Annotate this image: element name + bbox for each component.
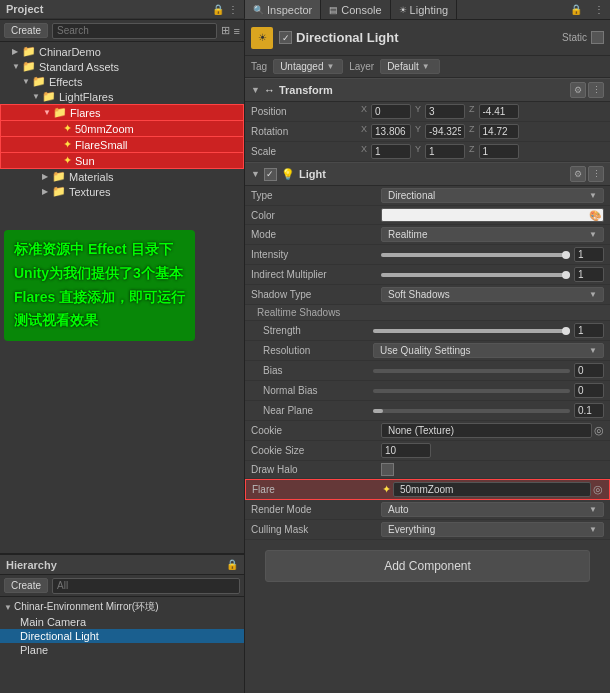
- lock-icon[interactable]: 🔒: [226, 559, 238, 570]
- scale-x[interactable]: [371, 144, 411, 159]
- tag-dropdown[interactable]: Untagged ▼: [273, 59, 343, 74]
- menu-icon[interactable]: ⋮: [228, 4, 238, 15]
- eyedropper-icon[interactable]: 🎨: [589, 210, 601, 221]
- light-settings-btn[interactable]: ⚙: [570, 166, 586, 182]
- position-z[interactable]: [479, 104, 519, 119]
- inspector-lock-icon[interactable]: 🔒: [564, 0, 588, 19]
- rotation-row: Rotation X Y Z: [245, 122, 610, 142]
- list-item[interactable]: ✦ FlareSmall: [0, 137, 244, 153]
- hierarchy-search-input[interactable]: [52, 578, 240, 594]
- add-component-button[interactable]: Add Component: [265, 550, 590, 582]
- tab-console[interactable]: ▤ Console: [321, 0, 390, 19]
- normal-bias-input[interactable]: [574, 383, 604, 398]
- list-item[interactable]: ▼ 📁 Effects: [0, 74, 244, 89]
- list-item[interactable]: ▶ 📁 Materials: [0, 169, 244, 184]
- inspector-menu-icon[interactable]: ⋮: [588, 0, 610, 19]
- near-plane-slider[interactable]: [373, 409, 570, 413]
- inspector-icon: 🔍: [253, 5, 264, 15]
- strength-label: Strength: [263, 325, 373, 336]
- folder-icon: 📁: [22, 45, 36, 58]
- indirect-slider[interactable]: [381, 273, 570, 277]
- transform-settings-btn[interactable]: ⚙: [570, 82, 586, 98]
- light-section-header[interactable]: ▼ ✓ 💡 Light ⚙ ⋮: [245, 162, 610, 186]
- tag-label: Tag: [251, 61, 267, 72]
- position-x[interactable]: [371, 104, 411, 119]
- strength-row: Strength: [245, 321, 610, 341]
- normal-bias-slider[interactable]: [373, 389, 570, 393]
- list-item[interactable]: ✦ 50mmZoom: [0, 121, 244, 137]
- list-item[interactable]: Plane: [0, 643, 244, 657]
- resolution-dropdown[interactable]: Use Quality Settings ▼: [373, 343, 604, 358]
- cookie-size-input[interactable]: [381, 443, 431, 458]
- view-icon[interactable]: ⊞: [221, 24, 230, 37]
- tab-lighting[interactable]: ☀ Lighting: [391, 0, 458, 19]
- flare-row: Flare ✦ 50mmZoom ◎: [245, 479, 610, 500]
- scale-z[interactable]: [479, 144, 519, 159]
- hierarchy-panel-title: Hierarchy: [6, 559, 226, 571]
- lighting-icon: ☀: [399, 5, 407, 15]
- lock-icon[interactable]: 🔒: [212, 4, 224, 15]
- list-item[interactable]: ▼ 📁 Standard Assets: [0, 59, 244, 74]
- scale-y[interactable]: [425, 144, 465, 159]
- rotation-x[interactable]: [371, 124, 411, 139]
- list-item[interactable]: Main Camera: [0, 615, 244, 629]
- rotation-y[interactable]: [425, 124, 465, 139]
- intensity-slider[interactable]: [381, 253, 570, 257]
- list-item[interactable]: ▼ 📁 LightFlares: [0, 89, 244, 104]
- bias-input[interactable]: [574, 363, 604, 378]
- intensity-label: Intensity: [251, 249, 381, 260]
- halo-checkbox[interactable]: [381, 463, 394, 476]
- shadow-dropdown[interactable]: Soft Shadows ▼: [381, 287, 604, 302]
- strength-input[interactable]: [574, 323, 604, 338]
- indirect-input[interactable]: [574, 267, 604, 282]
- strength-slider[interactable]: [373, 329, 570, 333]
- rotation-z[interactable]: [479, 124, 519, 139]
- color-swatch[interactable]: 🎨: [381, 208, 604, 222]
- culling-mask-dropdown[interactable]: Everything ▼: [381, 522, 604, 537]
- arrow-icon: ▼: [12, 62, 22, 71]
- light-checkbox[interactable]: ✓: [264, 168, 277, 181]
- project-create-btn[interactable]: Create: [4, 23, 48, 38]
- cookie-pick-icon[interactable]: ◎: [594, 424, 604, 437]
- flare-pick-icon[interactable]: ◎: [593, 483, 603, 496]
- intensity-input[interactable]: [574, 247, 604, 262]
- rotation-label: Rotation: [251, 126, 361, 137]
- console-icon: ▤: [329, 5, 338, 15]
- bias-slider[interactable]: [373, 369, 570, 373]
- culling-mask-label: Culling Mask: [251, 524, 381, 535]
- project-search-input[interactable]: [52, 23, 217, 39]
- section-arrow-icon: ▼: [251, 85, 260, 95]
- list-icon[interactable]: ≡: [234, 25, 240, 37]
- flare-field[interactable]: 50mmZoom: [393, 482, 591, 497]
- cookie-field[interactable]: None (Texture): [381, 423, 592, 438]
- mode-dropdown[interactable]: Realtime ▼: [381, 227, 604, 242]
- list-item[interactable]: Directional Light: [0, 629, 244, 643]
- folder-icon: 📁: [42, 90, 56, 103]
- tab-inspector[interactable]: 🔍 Inspector: [245, 0, 321, 19]
- type-label: Type: [251, 190, 381, 201]
- near-plane-input[interactable]: [574, 403, 604, 418]
- layer-dropdown[interactable]: Default ▼: [380, 59, 440, 74]
- render-mode-dropdown[interactable]: Auto ▼: [381, 502, 604, 517]
- list-item[interactable]: ▼ Chinar-Environment Mirror(环境): [0, 599, 244, 615]
- light-overflow-btn[interactable]: ⋮: [588, 166, 604, 182]
- static-label: Static: [562, 32, 587, 43]
- realtime-shadows-header: Realtime Shadows: [245, 305, 610, 321]
- list-item[interactable]: ▶ 📁 ChinarDemo: [0, 44, 244, 59]
- list-item[interactable]: ▶ 📁 Textures: [0, 184, 244, 199]
- position-y[interactable]: [425, 104, 465, 119]
- project-tree: ▶ 📁 ChinarDemo ▼ 📁 Standard Assets ▼ 📁: [0, 42, 244, 553]
- list-item[interactable]: ▼ 📁 Flares: [0, 104, 244, 121]
- hierarchy-create-btn[interactable]: Create: [4, 578, 48, 593]
- enabled-checkbox[interactable]: ✓: [279, 31, 292, 44]
- object-header: ☀ ✓ Directional Light Static: [245, 20, 610, 56]
- cookie-size-label: Cookie Size: [251, 445, 381, 456]
- list-item[interactable]: ✦ Sun: [0, 153, 244, 169]
- static-checkbox[interactable]: [591, 31, 604, 44]
- transform-icon: ↔: [264, 84, 275, 96]
- transform-overflow-btn[interactable]: ⋮: [588, 82, 604, 98]
- transform-section-header[interactable]: ▼ ↔ Transform ⚙ ⋮: [245, 78, 610, 102]
- render-mode-row: Render Mode Auto ▼: [245, 500, 610, 520]
- cookie-size-row: Cookie Size: [245, 441, 610, 461]
- type-dropdown[interactable]: Directional ▼: [381, 188, 604, 203]
